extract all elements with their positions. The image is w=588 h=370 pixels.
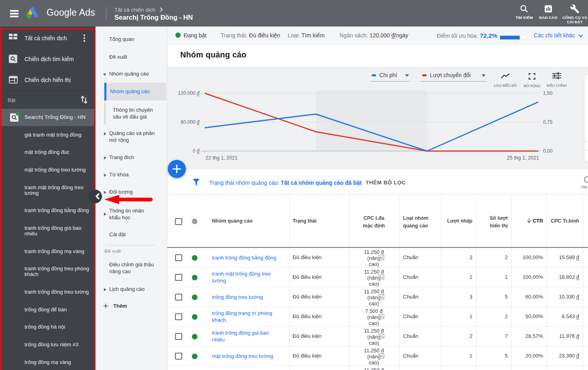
svg-text:0,00: 0,00 [543,148,553,154]
svg-text:22 thg 1, 2021: 22 thg 1, 2021 [205,155,238,161]
svg-text:0 đ: 0 đ [193,148,199,154]
svg-text:120.000 đ: 120.000 đ [178,90,200,96]
svg-text:60.000 đ: 60.000 đ [181,119,199,125]
svg-text:1,50: 1,50 [543,90,553,96]
svg-text:25 thg 1, 2021: 25 thg 1, 2021 [507,155,539,161]
svg-text:0,75: 0,75 [543,119,553,125]
